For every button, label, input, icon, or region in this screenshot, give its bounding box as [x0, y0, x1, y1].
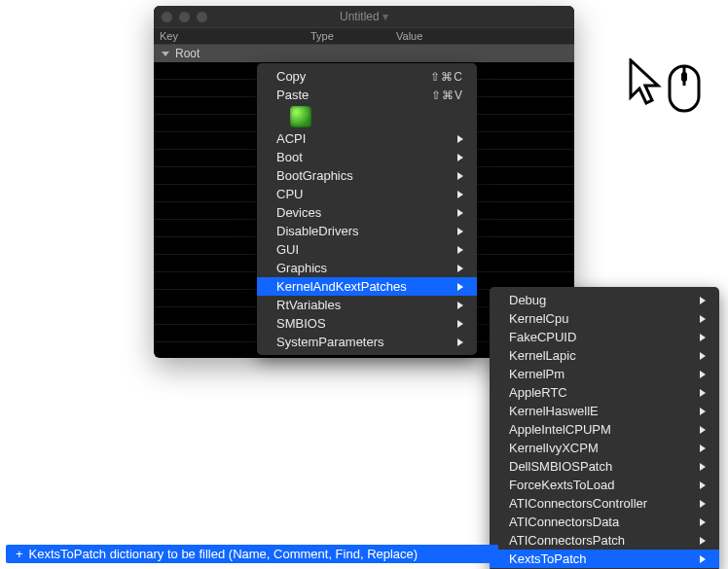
submenu-arrow-icon: [457, 246, 463, 254]
menu-item-bootgraphics[interactable]: BootGraphics: [257, 166, 477, 185]
submenu-item-label: AppleRTC: [509, 385, 690, 400]
submenu-arrow-icon: [700, 408, 706, 415]
submenu-arrow-icon: [457, 283, 463, 291]
menu-item-label: BootGraphics: [276, 168, 448, 183]
submenu-item-label: KernelCpu: [509, 311, 690, 326]
menu-item-copy[interactable]: Copy ⇧⌘C: [257, 67, 477, 86]
column-header-value[interactable]: Value: [390, 30, 574, 42]
submenu-item-applertc[interactable]: AppleRTC: [490, 383, 719, 402]
window-title: Untitled ▾: [154, 10, 574, 23]
window-titlebar[interactable]: Untitled ▾: [154, 6, 574, 27]
column-headers: Key Type Value: [154, 27, 574, 45]
arrow-cursor-icon: [627, 97, 666, 112]
submenu-item-kernellapic[interactable]: KernelLapic: [490, 346, 719, 365]
menu-item-smbios[interactable]: SMBIOS: [257, 314, 477, 333]
submenu-arrow-icon: [700, 537, 706, 545]
context-menu: Copy ⇧⌘C Paste ⇧⌘V ACPIBootBootGraphicsC…: [257, 63, 477, 355]
column-header-key[interactable]: Key: [154, 30, 305, 42]
disclosure-triangle-icon[interactable]: [162, 52, 169, 56]
menu-item-boot[interactable]: Boot: [257, 148, 477, 166]
menu-item-kernelandkextpatches[interactable]: KernelAndKextPatches: [257, 277, 477, 296]
submenu-arrow-icon: [457, 172, 463, 180]
submenu-item-kextstopatch[interactable]: KextsToPatch: [490, 550, 719, 568]
status-text: KextsToPatch dictionary to be filled (Na…: [29, 547, 419, 561]
column-header-type[interactable]: Type: [305, 30, 390, 42]
shortcut-text: ⇧⌘C: [430, 70, 463, 84]
submenu-item-kernelhaswelle[interactable]: KernelHaswellE: [490, 402, 719, 420]
submenu-item-aticonnectorsdata[interactable]: ATIConnectorsData: [490, 513, 719, 531]
menu-item-label: CPU: [276, 187, 448, 201]
root-key: Root: [175, 47, 309, 60]
submenu-arrow-icon: [457, 320, 463, 328]
submenu-item-label: KextsToPatch: [509, 551, 690, 566]
submenu-item-debug[interactable]: Debug: [490, 291, 719, 309]
status-bar[interactable]: + KextsToPatch dictionary to be filled (…: [6, 545, 498, 563]
submenu-arrow-icon: [457, 209, 463, 217]
menu-item-paste[interactable]: Paste ⇧⌘V: [257, 86, 477, 104]
submenu-item-label: ATIConnectorsPatch: [509, 533, 690, 548]
submenu-item-kernelcpu[interactable]: KernelCpu: [490, 309, 719, 328]
menu-item-label: Devices: [276, 205, 448, 220]
submenu-item-label: KernelHaswellE: [509, 404, 690, 418]
menu-item-cpu[interactable]: CPU: [257, 185, 477, 203]
submenu-arrow-icon: [457, 135, 463, 143]
submenu-item-forcekextstoload[interactable]: ForceKextsToLoad: [490, 476, 719, 494]
submenu-arrow-icon: [700, 500, 706, 508]
submenu-arrow-icon: [700, 481, 706, 489]
submenu-item-appleintelcpupm[interactable]: AppleIntelCPUPM: [490, 420, 719, 439]
menu-item-label: RtVariables: [276, 298, 448, 312]
menu-item-systemparameters[interactable]: SystemParameters: [257, 333, 477, 351]
submenu-arrow-icon: [700, 389, 706, 397]
submenu-arrow-icon: [457, 191, 463, 198]
menu-item-graphics[interactable]: Graphics: [257, 259, 477, 277]
submenu-arrow-icon: [700, 426, 706, 434]
menu-item-label: Graphics: [276, 261, 448, 275]
submenu-item-aticonnectorspatch[interactable]: ATIConnectorsPatch: [490, 531, 719, 550]
submenu-item-label: KernelLapic: [509, 348, 690, 363]
submenu-item-kernelpm[interactable]: KernelPm: [490, 365, 719, 383]
submenu-item-dellsmbiospatch[interactable]: DellSMBIOSPatch: [490, 457, 719, 476]
menu-item-rtvariables[interactable]: RtVariables: [257, 296, 477, 314]
submenu-arrow-icon: [700, 463, 706, 471]
menu-item-label: KernelAndKextPatches: [276, 279, 448, 294]
submenu-arrow-icon: [700, 445, 706, 452]
menu-item-label: SystemParameters: [276, 335, 448, 349]
root-row[interactable]: Root: [154, 45, 574, 62]
submenu-arrow-icon: [700, 297, 706, 304]
submenu-arrow-icon: [700, 315, 706, 323]
submenu-item-label: KernelPm: [509, 367, 690, 381]
svg-rect-2: [681, 72, 687, 82]
submenu-arrow-icon: [700, 371, 706, 378]
submenu-arrow-icon: [457, 302, 463, 309]
submenu-arrow-icon: [700, 555, 706, 563]
submenu-arrow-icon: [700, 352, 706, 360]
menu-item-disabledrivers[interactable]: DisableDrivers: [257, 222, 477, 240]
submenu-item-label: ATIConnectorsController: [509, 496, 690, 511]
submenu-item-kernelivyxcpm[interactable]: KernelIvyXCPM: [490, 439, 719, 457]
submenu-arrow-icon: [457, 338, 463, 346]
menu-item-devices[interactable]: Devices: [257, 203, 477, 222]
submenu-arrow-icon: [457, 265, 463, 272]
menu-item-label: Boot: [276, 150, 448, 164]
menu-item-clover[interactable]: [257, 104, 477, 129]
submenu-item-label: DellSMBIOSPatch: [509, 459, 690, 474]
menu-item-label: ACPI: [276, 131, 448, 146]
cursor-graphic: [627, 58, 714, 126]
submenu-item-aticonnectorscontroller[interactable]: ATIConnectorsController: [490, 494, 719, 513]
menu-item-acpi[interactable]: ACPI: [257, 129, 477, 148]
menu-item-label: DisableDrivers: [276, 224, 448, 238]
submenu-arrow-icon: [457, 154, 463, 161]
submenu-item-label: ForceKextsToLoad: [509, 478, 690, 492]
submenu-item-label: ATIConnectorsData: [509, 515, 690, 529]
menu-item-gui[interactable]: GUI: [257, 240, 477, 259]
plus-icon: +: [6, 547, 29, 561]
submenu-item-label: KernelIvyXCPM: [509, 441, 690, 455]
submenu: DebugKernelCpuFakeCPUIDKernelLapicKernel…: [490, 287, 719, 569]
submenu-arrow-icon: [457, 228, 463, 235]
menu-item-label: SMBIOS: [276, 316, 448, 331]
submenu-item-fakecpuid[interactable]: FakeCPUID: [490, 328, 719, 346]
submenu-arrow-icon: [700, 518, 706, 526]
submenu-item-label: FakeCPUID: [509, 330, 690, 344]
submenu-arrow-icon: [700, 334, 706, 341]
shortcut-text: ⇧⌘V: [431, 89, 463, 102]
